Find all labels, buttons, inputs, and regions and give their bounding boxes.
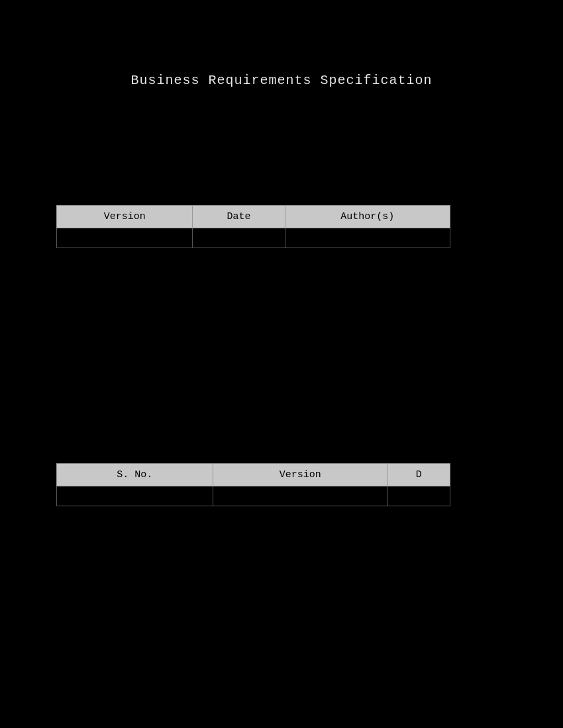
page-container: Business Requirements Specification Vers… bbox=[0, 0, 563, 728]
table-row bbox=[57, 228, 450, 248]
table-row bbox=[57, 486, 450, 506]
changelog-table: S. No. Version D bbox=[56, 463, 450, 506]
revision-history-header-row: Version Date Author(s) bbox=[57, 206, 450, 228]
document-title: Business Requirements Specification bbox=[130, 73, 432, 88]
authors-cell bbox=[285, 228, 450, 248]
changelog-header-row: S. No. Version D bbox=[57, 464, 450, 486]
version-header: Version bbox=[57, 206, 193, 228]
d-header: D bbox=[387, 464, 450, 486]
changelog-table-container: S. No. Version D bbox=[56, 463, 450, 506]
date-cell bbox=[193, 228, 285, 248]
sno-header: S. No. bbox=[57, 464, 213, 486]
version-cell-2 bbox=[213, 486, 387, 506]
sno-cell bbox=[57, 486, 213, 506]
revision-history-table: Version Date Author(s) bbox=[56, 205, 450, 248]
authors-header: Author(s) bbox=[285, 206, 450, 228]
version-cell bbox=[57, 228, 193, 248]
date-header: Date bbox=[193, 206, 285, 228]
revision-history-table-container: Version Date Author(s) bbox=[56, 205, 450, 248]
d-cell bbox=[387, 486, 450, 506]
version-header-2: Version bbox=[213, 464, 387, 486]
